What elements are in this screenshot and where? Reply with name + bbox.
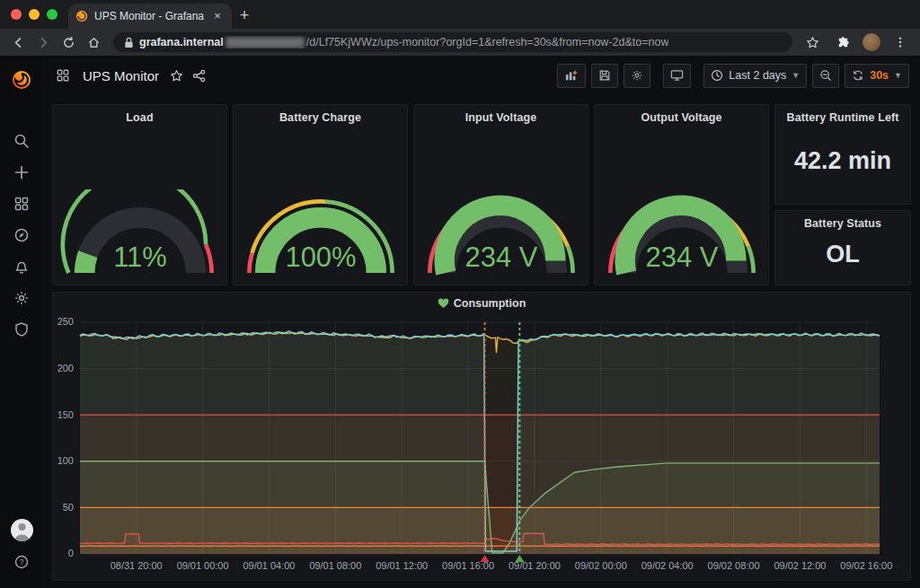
back-icon[interactable] (7, 31, 29, 53)
forward-icon[interactable] (32, 31, 54, 53)
home-icon[interactable] (83, 31, 104, 53)
time-range-label: Last 2 days (729, 69, 786, 82)
browser-profile-avatar[interactable] (862, 33, 880, 51)
dashboard-settings-button[interactable] (624, 64, 650, 88)
svg-text:08/31 20:00: 08/31 20:00 (111, 560, 163, 571)
svg-text:09/02 16:00: 09/02 16:00 (840, 560, 892, 571)
panel-title[interactable]: Output Voltage (595, 105, 768, 124)
svg-text:09/01 04:00: 09/01 04:00 (243, 560, 296, 571)
window-controls (9, 0, 68, 29)
clock-icon (711, 69, 723, 82)
svg-text:09/02 00:00: 09/02 00:00 (575, 560, 627, 571)
lock-icon (124, 37, 134, 48)
dashboard-grid-icon (56, 68, 70, 83)
dashboard-canvas: Load 11% Battery Charge 100% Input Volta… (43, 95, 920, 588)
svg-text:0: 0 (68, 548, 74, 558)
chevron-down-icon: ▼ (894, 71, 902, 80)
user-avatar[interactable] (11, 519, 33, 541)
svg-text:11%: 11% (113, 241, 167, 273)
bookmark-star-icon[interactable] (801, 31, 823, 53)
tab-strip: UPS Monitor - Grafana × + (0, 0, 920, 29)
grafana-favicon (75, 10, 88, 22)
svg-text:09/01 00:00: 09/01 00:00 (177, 560, 229, 571)
panel-load: Load 11% (52, 104, 227, 285)
alerting-bell-icon[interactable] (6, 251, 37, 282)
panel-title[interactable]: Battery Charge (234, 105, 407, 124)
svg-text:09/01 08:00: 09/01 08:00 (309, 560, 361, 571)
save-dashboard-button[interactable] (591, 64, 618, 88)
minimize-window-button[interactable] (29, 9, 40, 20)
svg-text:234 V: 234 V (464, 241, 537, 273)
alert-ok-heart-icon (438, 298, 449, 309)
panel-title[interactable]: Input Voltage (414, 105, 588, 124)
svg-text:09/01 12:00: 09/01 12:00 (376, 560, 428, 571)
svg-text:09/02 04:00: 09/02 04:00 (641, 560, 694, 571)
share-icon[interactable] (192, 69, 206, 83)
svg-text:50: 50 (63, 502, 74, 513)
url-redacted-blur (226, 37, 305, 48)
zoom-out-button[interactable] (812, 64, 839, 88)
gauge-input-voltage[interactable]: 234 V (421, 189, 581, 277)
svg-text:200: 200 (58, 363, 74, 373)
configuration-gear-icon[interactable] (6, 283, 37, 313)
extensions-puzzle-icon[interactable] (832, 31, 854, 53)
time-range-picker[interactable]: Last 2 days ▼ (703, 64, 807, 88)
tab-close-icon[interactable]: × (210, 9, 225, 23)
svg-text:234 V: 234 V (645, 241, 718, 273)
url-host: grafana.internal (139, 36, 224, 48)
tab-title: UPS Monitor - Grafana (94, 10, 204, 22)
consumption-chart[interactable]: 05010015020025008/31 20:0009/01 00:0009/… (53, 314, 910, 578)
svg-text:100: 100 (58, 455, 74, 466)
server-admin-shield-icon[interactable] (6, 314, 37, 345)
svg-text:09/02 12:00: 09/02 12:00 (774, 560, 826, 571)
gauge-load[interactable]: 11% (60, 189, 220, 277)
help-icon[interactable]: ? (6, 547, 37, 577)
dashboard-title[interactable]: UPS Monitor (83, 68, 159, 83)
panel-output-voltage: Output Voltage 234 V (594, 104, 769, 285)
grafana-top-nav: UPS Monitor Last 2 days (43, 56, 920, 95)
add-panel-button[interactable] (557, 64, 586, 88)
panel-title[interactable]: Consumption (53, 293, 910, 314)
explore-compass-icon[interactable] (6, 220, 37, 250)
browser-menu-kebab-icon[interactable] (889, 31, 911, 53)
stat-value: 42.2 min (775, 124, 910, 204)
refresh-picker[interactable]: 30s ▼ (845, 64, 909, 88)
reload-icon[interactable] (58, 31, 79, 53)
panel-battery-status: Battery Status OL (774, 210, 911, 285)
search-icon[interactable] (6, 126, 37, 156)
svg-text:09/02 08:00: 09/02 08:00 (708, 560, 760, 571)
browser-window: UPS Monitor - Grafana × + grafana.intern… (0, 0, 920, 588)
chevron-down-icon: ▼ (792, 71, 800, 80)
url-path: /d/Lf75KjWWz/ups-monitor?orgId=1&refresh… (306, 36, 669, 48)
cycle-view-mode-button[interactable] (663, 64, 691, 88)
grafana-logo[interactable] (6, 65, 37, 95)
grafana-sidebar: ? (0, 56, 43, 588)
panel-consumption: Consumption 05010015020025008/31 20:0009… (52, 292, 911, 581)
refresh-interval-label: 30s (870, 69, 889, 82)
browser-toolbar: grafana.internal/d/Lf75KjWWz/ups-monitor… (0, 29, 920, 56)
refresh-icon (852, 69, 864, 82)
chart-title: Consumption (454, 297, 526, 310)
browser-tab[interactable]: UPS Monitor - Grafana × (68, 4, 232, 29)
svg-text:250: 250 (58, 316, 74, 327)
create-plus-icon[interactable] (6, 157, 37, 188)
new-tab-button[interactable]: + (232, 4, 257, 29)
svg-text:?: ? (19, 557, 23, 566)
panel-battery-runtime: Battery Runtime Left 42.2 min (774, 104, 911, 205)
url-bar[interactable]: grafana.internal/d/Lf75KjWWz/ups-monitor… (113, 32, 792, 52)
panel-battery-charge: Battery Charge 100% (233, 104, 408, 285)
panel-title[interactable]: Battery Runtime Left (775, 105, 910, 124)
panel-title[interactable]: Load (53, 105, 226, 124)
stat-value: OL (775, 230, 910, 285)
gauge-output-voltage[interactable]: 234 V (602, 189, 762, 277)
url-text: grafana.internal/d/Lf75KjWWz/ups-monitor… (139, 36, 668, 48)
favorite-star-icon[interactable] (170, 69, 183, 83)
svg-text:150: 150 (58, 409, 74, 420)
panel-input-voltage: Input Voltage 234 V (413, 104, 588, 285)
svg-text:100%: 100% (285, 241, 356, 273)
dashboards-grid-icon[interactable] (6, 189, 37, 219)
gauge-battery-charge[interactable]: 100% (241, 189, 401, 277)
panel-title[interactable]: Battery Status (775, 211, 910, 230)
zoom-window-button[interactable] (47, 9, 58, 20)
close-window-button[interactable] (11, 9, 22, 20)
